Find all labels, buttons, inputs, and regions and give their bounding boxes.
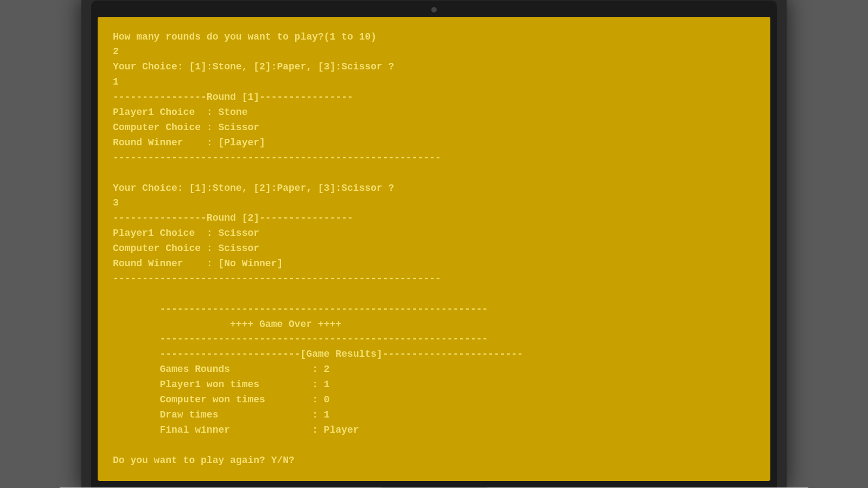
camera-dot <box>431 7 437 12</box>
laptop-body: How many rounds do you want to play?(1 t… <box>81 0 787 487</box>
screen-bezel: How many rounds do you want to play?(1 t… <box>91 1 777 488</box>
terminal-output: How many rounds do you want to play?(1 t… <box>113 30 755 468</box>
terminal-screen[interactable]: How many rounds do you want to play?(1 t… <box>98 17 770 481</box>
